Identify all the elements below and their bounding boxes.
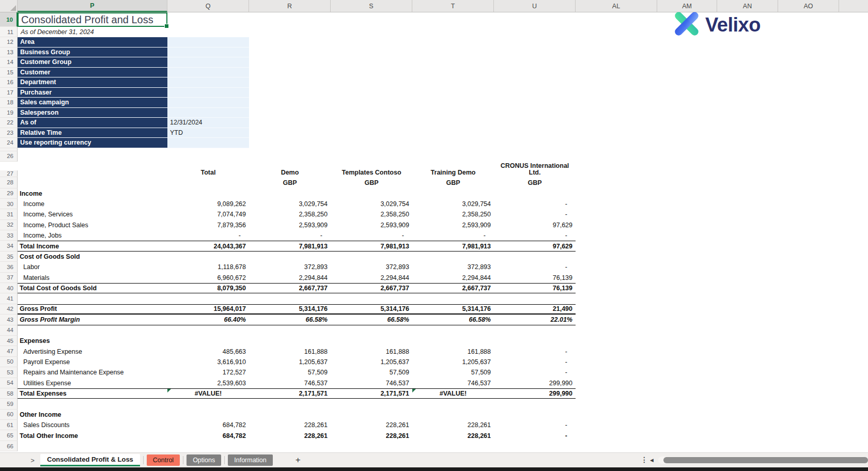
- cell-value[interactable]: [249, 441, 331, 451]
- scroll-left-arrow-icon[interactable]: ◀: [650, 458, 654, 463]
- filter-value-cell[interactable]: [167, 88, 249, 98]
- column-header-R[interactable]: R: [249, 0, 331, 12]
- filter-value-cell[interactable]: [167, 98, 249, 108]
- row-header-45[interactable]: 45: [0, 336, 18, 346]
- cell-value[interactable]: 76,139: [494, 284, 576, 293]
- sheet-tab-options[interactable]: Options: [187, 454, 221, 466]
- cell-value[interactable]: 228,261: [249, 430, 331, 441]
- horizontal-scrollbar-thumb[interactable]: [663, 457, 868, 463]
- cell-value[interactable]: [167, 441, 249, 451]
- cell-label[interactable]: Gross Profit Margin: [18, 315, 167, 324]
- cell-value[interactable]: -: [249, 230, 331, 241]
- cell-value[interactable]: 57,509: [249, 367, 331, 378]
- filter-value-cell[interactable]: 12/31/2024: [167, 118, 249, 128]
- cell-value[interactable]: 15,964,017: [167, 305, 249, 313]
- filter-label-cell[interactable]: Customer Group: [18, 57, 167, 68]
- selection-fill-handle[interactable]: [164, 24, 169, 28]
- cell-value[interactable]: 57,509: [331, 367, 412, 378]
- tab-nav-chevron-icon[interactable]: >: [25, 457, 40, 464]
- column-header-U[interactable]: U: [494, 0, 576, 12]
- row-header-17[interactable]: 17: [0, 88, 18, 98]
- cell-value[interactable]: [412, 189, 494, 199]
- add-sheet-button[interactable]: +: [296, 455, 301, 465]
- filter-value-cell[interactable]: [167, 77, 249, 88]
- cell-value[interactable]: 684,782: [167, 430, 249, 441]
- sheet-tab-information[interactable]: Information: [228, 454, 273, 466]
- report-column-header[interactable]: Total: [167, 169, 249, 177]
- cell-value[interactable]: 21,490: [494, 305, 576, 313]
- cell-label[interactable]: Gross Profit: [18, 305, 167, 313]
- cell-value[interactable]: 9,089,262: [167, 199, 249, 209]
- report-column-header[interactable]: Demo: [249, 169, 331, 177]
- cell-label[interactable]: Total Cost of Goods Sold: [18, 284, 167, 293]
- report-currency-header[interactable]: GBP: [331, 177, 412, 189]
- cell-value[interactable]: [412, 336, 494, 346]
- report-currency-header[interactable]: GBP: [494, 177, 576, 189]
- subtitle-cell[interactable]: As of December 31, 2024: [18, 27, 167, 37]
- cell-value[interactable]: [494, 410, 576, 420]
- cell-value[interactable]: [249, 410, 331, 420]
- cell-value[interactable]: 161,888: [249, 346, 331, 356]
- cell-value[interactable]: 66.58%: [412, 315, 494, 324]
- cell-value[interactable]: 5,314,176: [249, 305, 331, 313]
- cell-value[interactable]: 299,990: [494, 378, 576, 388]
- row-header-65[interactable]: 65: [0, 430, 18, 441]
- row-header-59[interactable]: 59: [0, 399, 18, 409]
- filter-value-cell[interactable]: [167, 48, 249, 58]
- cell-value[interactable]: 161,888: [412, 346, 494, 356]
- row-header-23[interactable]: 23: [0, 128, 18, 138]
- row-header-60[interactable]: 60: [0, 410, 18, 420]
- cell-value[interactable]: 299,990: [494, 389, 576, 398]
- column-header-AL[interactable]: AL: [576, 0, 657, 12]
- cell-value[interactable]: [412, 441, 494, 451]
- cell-value[interactable]: [494, 293, 576, 304]
- row-header-13[interactable]: 13: [0, 48, 18, 58]
- row-header-33[interactable]: 33: [0, 230, 18, 241]
- row-header-11[interactable]: 11: [0, 27, 18, 37]
- cell-value[interactable]: 76,139: [494, 273, 576, 283]
- cell-value[interactable]: -: [494, 357, 576, 367]
- cell-value[interactable]: [494, 336, 576, 346]
- cell-value[interactable]: [412, 410, 494, 420]
- cell-value[interactable]: 228,261: [412, 430, 494, 441]
- row-header-58[interactable]: 58: [0, 388, 18, 399]
- row-header-35[interactable]: 35: [0, 252, 18, 262]
- cell-value[interactable]: [167, 336, 249, 346]
- row-header-27[interactable]: 27: [0, 170, 18, 177]
- cell-value[interactable]: 2,358,250: [331, 209, 412, 219]
- cell-value[interactable]: 2,294,844: [331, 273, 412, 283]
- cell-value[interactable]: 228,261: [331, 430, 412, 441]
- cell-value[interactable]: 2,667,737: [249, 284, 331, 293]
- cell-value[interactable]: [331, 410, 412, 420]
- column-header-Q[interactable]: Q: [167, 0, 249, 12]
- row-header-19[interactable]: 19: [0, 108, 18, 118]
- cell-value[interactable]: 7,981,913: [331, 241, 412, 250]
- cell-value[interactable]: [249, 399, 331, 409]
- cell-value[interactable]: 97,629: [494, 241, 576, 250]
- cell-value[interactable]: [249, 189, 331, 199]
- cell-value[interactable]: 2,171,571: [249, 389, 331, 398]
- cell-value[interactable]: [249, 325, 331, 336]
- cell-value[interactable]: 22.01%: [494, 315, 576, 324]
- cell-value[interactable]: 3,616,910: [167, 357, 249, 367]
- cell-value[interactable]: 161,888: [331, 346, 412, 356]
- cell-value[interactable]: [494, 325, 576, 336]
- cell-value[interactable]: [331, 325, 412, 336]
- cell-value[interactable]: [249, 293, 331, 304]
- select-all-corner[interactable]: [0, 0, 18, 12]
- filter-value-cell[interactable]: [167, 68, 249, 78]
- cell-value[interactable]: 372,893: [412, 262, 494, 272]
- filter-label-cell[interactable]: Relative Time: [18, 128, 167, 138]
- cell-value[interactable]: 2,294,844: [412, 273, 494, 283]
- cell-label[interactable]: Income: [18, 199, 167, 209]
- cell-value[interactable]: 7,981,913: [412, 241, 494, 250]
- filter-label-cell[interactable]: Sales campaign: [18, 98, 167, 108]
- cell-value[interactable]: 746,537: [249, 378, 331, 388]
- row-header-28[interactable]: 28: [0, 177, 18, 189]
- cell-value[interactable]: 228,261: [249, 420, 331, 430]
- cell-value[interactable]: 6,960,672: [167, 273, 249, 283]
- cell-value[interactable]: 746,537: [331, 378, 412, 388]
- cell-value[interactable]: [331, 441, 412, 451]
- cell-value[interactable]: 372,893: [249, 262, 331, 272]
- cell-value[interactable]: 228,261: [331, 420, 412, 430]
